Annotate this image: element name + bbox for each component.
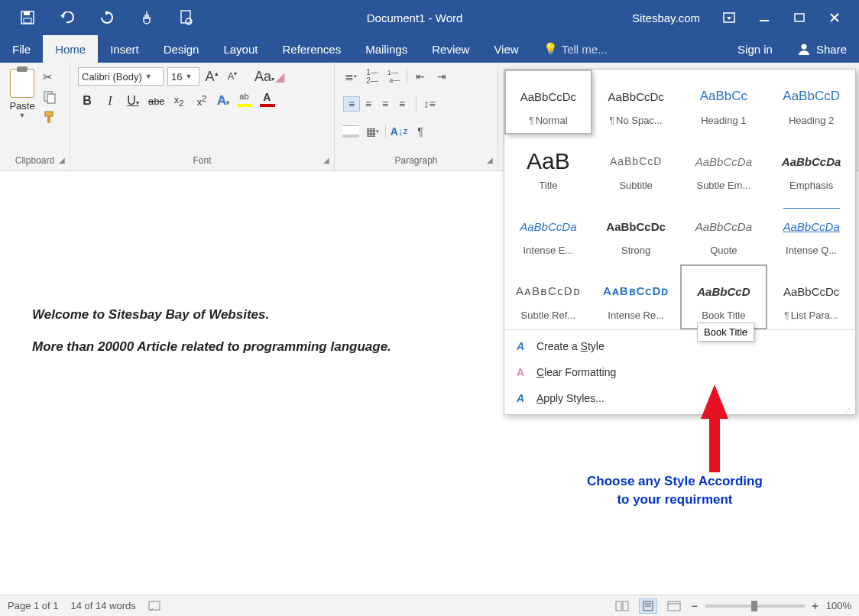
shading-icon[interactable] [342,125,359,138]
web-layout-icon[interactable] [665,598,683,614]
spelling-icon[interactable] [148,600,162,612]
maximize-icon[interactable] [789,7,810,28]
increase-indent-icon[interactable]: ⇥ [433,69,450,84]
svg-rect-16 [616,601,621,611]
grow-font-icon[interactable]: A▴ [203,69,220,85]
tab-mailings[interactable]: Mailings [353,35,420,63]
font-color-icon[interactable] [260,95,275,107]
text-effects-icon[interactable]: A▾ [217,93,229,109]
style-item-subtle-ref[interactable]: AᴀBʙCᴄDᴅSubtle Ref... [504,264,592,329]
tab-references[interactable]: References [270,35,353,63]
highlight-color-icon[interactable] [237,95,252,107]
tab-insert[interactable]: Insert [98,35,151,63]
underline-button[interactable]: U▾ [125,94,141,108]
paragraph-launcher-icon[interactable]: ◢ [487,154,493,167]
style-item-subtle-em[interactable]: AaBbCcDaSubtle Em... [680,135,768,199]
tab-file[interactable]: File [0,35,43,63]
zoom-in-button[interactable]: + [812,600,818,612]
style-label: Intense Re... [608,310,664,321]
paste-button[interactable]: Paste ▼ [5,66,40,154]
annotation-line-2: to your requirment [587,491,763,509]
style-item-no-spac[interactable]: AaBbCcDc¶No Spac... [592,70,680,135]
word-count[interactable]: 14 of 14 words [71,600,136,611]
align-right-icon[interactable]: ≡ [377,96,394,112]
font-size-combo[interactable]: 16▼ [167,67,199,86]
style-preview: AaBbCcDc [783,273,839,310]
zoom-out-button[interactable]: − [691,600,697,612]
superscript-button[interactable]: x2 [194,94,209,108]
sort-icon[interactable]: A↓Z [391,124,407,139]
clear-formatting-icon[interactable]: ◢ [275,70,292,83]
style-label: Emphasis [789,180,833,191]
font-name-combo[interactable]: Calibri (Body)▼ [78,67,164,86]
style-item-title[interactable]: AaBTitle [504,135,592,199]
style-item-intense-e[interactable]: AaBbCcDaIntense E... [504,199,592,264]
ribbon-display-icon[interactable] [718,7,740,28]
shrink-font-icon[interactable]: A▾ [224,70,241,82]
show-marks-icon[interactable]: ¶ [412,124,429,139]
italic-button[interactable]: I [102,94,118,108]
svg-rect-2 [24,18,31,23]
align-center-icon[interactable]: ≡ [360,96,377,112]
style-item-heading-2[interactable]: AaBbCcDHeading 2 [767,70,855,135]
number-list-icon[interactable]: 1—2— [364,69,381,84]
style-item-strong[interactable]: AaBbCcDcStrong [592,199,680,264]
close-icon[interactable] [824,7,845,28]
zoom-slider-thumb[interactable] [751,601,757,611]
style-item-emphasis[interactable]: AaBbCcDaEmphasis [767,135,855,199]
create-style-icon: A [512,339,529,354]
strikethrough-button[interactable]: abc [148,96,164,107]
sign-in-button[interactable]: Sign in [725,35,785,63]
style-item-book-title[interactable]: AaBbCcDBook Title [680,264,768,329]
bullet-list-icon[interactable]: ≣▾ [342,69,359,84]
style-item-heading-1[interactable]: AaBbCcHeading 1 [680,70,768,135]
align-left-icon[interactable]: ≡ [343,96,360,112]
tab-design[interactable]: Design [151,35,212,63]
change-case-icon[interactable]: Aa▾ [254,69,271,85]
clear-formatting-item[interactable]: A Clear Formatting [504,359,855,385]
touch-mode-icon[interactable] [136,7,157,28]
tell-me-search[interactable]: 💡Tell me... [531,35,620,63]
tab-review[interactable]: Review [420,35,481,63]
tab-layout[interactable]: Layout [211,35,270,63]
justify-icon[interactable]: ≡ [394,96,410,112]
tab-home[interactable]: Home [43,35,98,63]
style-item-subtitle[interactable]: AaBbCcDSubtitle [592,135,680,199]
multilevel-list-icon[interactable]: 1— a— [385,69,402,84]
zoom-level[interactable]: 100% [826,600,851,611]
borders-icon[interactable]: ▦▾ [364,124,381,139]
decrease-indent-icon[interactable]: ⇤ [412,69,429,84]
style-item-intense-re[interactable]: AᴀBʙCᴄDᴅIntense Re... [592,264,680,329]
style-label: Subtle Ref... [521,310,576,321]
subscript-button[interactable]: x2 [171,94,186,108]
print-layout-icon[interactable] [639,598,657,614]
format-painter-icon[interactable] [43,110,58,124]
style-label: Subtitle [619,180,652,191]
read-mode-icon[interactable] [613,598,631,614]
share-button[interactable]: Share [785,35,859,63]
style-preview: AaBbCcD [783,78,840,115]
style-item-list-para[interactable]: AaBbCcDc¶List Para... [767,264,855,329]
save-icon[interactable] [17,7,38,28]
undo-icon[interactable] [57,7,78,28]
style-item-quote[interactable]: AaBbCcDaQuote [680,199,768,264]
tab-view[interactable]: View [481,35,530,63]
window-controls: Sitesbay.com [632,7,859,28]
minimize-icon[interactable] [754,7,775,28]
resize-grip-icon[interactable]: ⋰ [845,404,853,413]
bold-button[interactable]: B [79,94,95,108]
copy-icon[interactable] [43,90,58,104]
cut-icon[interactable]: ✂ [43,70,58,84]
redo-icon[interactable] [96,7,118,28]
style-label: Title [539,180,557,191]
style-item-normal[interactable]: AaBbCcDc¶Normal [504,70,592,135]
line-spacing-icon[interactable]: ↕≡ [421,96,438,112]
print-preview-icon[interactable] [176,7,197,28]
font-launcher-icon[interactable]: ◢ [323,154,329,167]
clipboard-launcher-icon[interactable]: ◢ [59,154,65,167]
zoom-slider[interactable] [705,605,805,608]
apply-styles-item[interactable]: A Apply Styles... [504,385,855,411]
style-item-intense-q[interactable]: AaBbCcDaIntense Q... [767,199,855,264]
create-style-item[interactable]: A Create a Style [504,333,855,359]
page-count[interactable]: Page 1 of 1 [8,600,59,611]
